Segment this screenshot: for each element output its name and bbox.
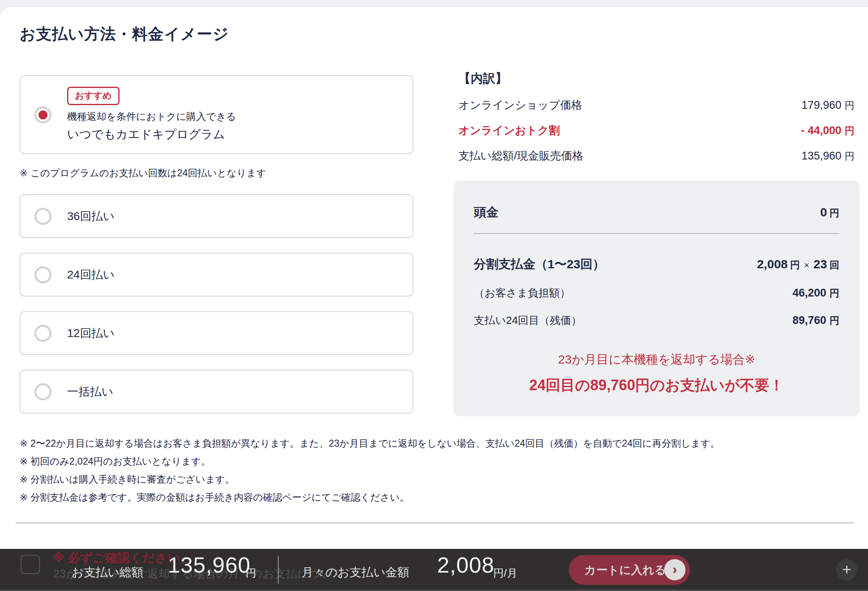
row-online-shop-price: オンラインショップ価格 179,960円 bbox=[458, 98, 854, 112]
row-customer-burden: （お客さま負担額） 46,200円 bbox=[474, 286, 839, 300]
bar-content: お支払い総額 135,960 円 月々のお支払い金額 2,008 円/月 カート… bbox=[0, 549, 868, 589]
radio-unselected[interactable] bbox=[34, 325, 52, 342]
expand-bar-button[interactable]: + bbox=[836, 559, 857, 580]
plus-icon: + bbox=[842, 562, 851, 577]
row-label: 支払い24回目（残価） bbox=[474, 313, 582, 328]
radio-selected[interactable] bbox=[34, 106, 52, 124]
bar-vertical-divider bbox=[278, 556, 279, 584]
option-label: 一括払い bbox=[67, 384, 113, 400]
currency-unit: 円 bbox=[790, 259, 800, 270]
program-note: ※ このプログラムのお支払い回数は24回払いとなります bbox=[20, 166, 413, 180]
row-value: 89,760円 bbox=[792, 314, 839, 327]
amount: 0 bbox=[820, 205, 827, 219]
row-value: 135,960円 bbox=[801, 150, 854, 163]
radio-unselected[interactable] bbox=[34, 266, 52, 283]
row-label: オンラインおトク割 bbox=[458, 123, 560, 138]
row-label: 頭金 bbox=[474, 204, 498, 221]
currency-unit: 円 bbox=[830, 288, 839, 299]
installment-count: 23 bbox=[814, 257, 827, 271]
row-label: オンラインショップ価格 bbox=[458, 98, 582, 112]
row-value: 46,200円 bbox=[792, 287, 839, 300]
total-payment-label: お支払い総額 bbox=[72, 564, 143, 581]
row-online-discount: オンラインおトク割 - 44,000円 bbox=[458, 123, 854, 138]
row-value: 0円 bbox=[820, 205, 839, 220]
program-caption: 機種返却を条件におトクに購入できる bbox=[67, 110, 236, 123]
return-note: 23か月目に本機種を返却する場合※ bbox=[474, 351, 839, 368]
currency-unit: 円 bbox=[845, 151, 854, 162]
footnote: ※ 初回のみ2,024円のお支払いとなります。 bbox=[20, 452, 854, 470]
amount: - 44,000 bbox=[801, 124, 841, 137]
row-label: （お客さま負担額） bbox=[474, 286, 570, 300]
row-downpayment: 頭金 0円 bbox=[474, 204, 839, 221]
total-payment-unit: 円 bbox=[246, 566, 256, 580]
program-name: いつでもカエドキプログラム bbox=[67, 126, 236, 143]
monthly-payment-label: 月々のお支払い金額 bbox=[302, 564, 409, 581]
option-label: 24回払い bbox=[67, 267, 115, 283]
radio-unselected[interactable] bbox=[34, 208, 52, 225]
row-value: 179,960円 bbox=[801, 99, 854, 112]
row-installment: 分割支払金（1〜23回） 2,008円×23回 bbox=[474, 256, 839, 273]
payment-section: お支払い方法・料金イメージ おすすめ 機種返却を条件におトクに購入できる いつで… bbox=[0, 0, 868, 591]
row-residual-value: 支払い24回目（残価） 89,760円 bbox=[474, 313, 839, 328]
breakdown-heading: 【内訳】 bbox=[458, 70, 860, 87]
recommended-badge: おすすめ bbox=[67, 87, 119, 105]
option-label: 36回払い bbox=[67, 209, 115, 224]
page-title: お支払い方法・料金イメージ bbox=[20, 25, 413, 43]
chevron-right-icon: › bbox=[672, 562, 677, 576]
footnote: ※ 分割払いは購入手続き時に審査がございます。 bbox=[20, 470, 854, 488]
panel-divider bbox=[474, 233, 839, 234]
option-24-installments[interactable]: 24回払い bbox=[20, 253, 413, 297]
currency-unit: 円 bbox=[830, 207, 839, 218]
option-lump-sum[interactable]: 一括払い bbox=[20, 370, 413, 413]
chevron-circle: › bbox=[664, 559, 685, 580]
section-divider bbox=[16, 522, 854, 524]
add-to-cart-label: カートに入れる bbox=[584, 562, 666, 578]
currency-unit: 円 bbox=[830, 315, 839, 326]
option-kaedoki-program[interactable]: おすすめ 機種返却を条件におトクに購入できる いつでもカエドキプログラム bbox=[20, 75, 413, 154]
row-value: - 44,000円 bbox=[801, 124, 854, 137]
currency-unit: 円 bbox=[845, 100, 854, 111]
row-label: 支払い総額/現金販売価格 bbox=[458, 148, 583, 163]
amount: 179,960 bbox=[801, 99, 841, 111]
total-payment-value: 135,960 bbox=[168, 552, 250, 578]
program-text: おすすめ 機種返却を条件におトクに購入できる いつでもカエドキプログラム bbox=[67, 87, 236, 143]
option-label: 12回払い bbox=[67, 326, 115, 341]
radio-dot bbox=[38, 110, 47, 119]
footnote: ※ 2〜22か月目に返却する場合はお客さま負担額が異なります。また、23か月目ま… bbox=[20, 434, 854, 452]
option-12-installments[interactable]: 12回払い bbox=[20, 311, 413, 355]
payment-options-column: お支払い方法・料金イメージ おすすめ 機種返却を条件におトクに購入できる いつで… bbox=[20, 25, 413, 413]
return-highlight: 24回目の89,760円のお支払いが不要！ bbox=[474, 375, 839, 395]
currency-unit: 円 bbox=[845, 125, 854, 136]
option-36-installments[interactable]: 36回払い bbox=[20, 194, 413, 238]
row-label: 分割支払金（1〜23回） bbox=[474, 256, 605, 273]
amount: 46,200 bbox=[792, 287, 826, 299]
breakdown-column: 【内訳】 オンラインショップ価格 179,960円 オンラインおトク割 - 44… bbox=[453, 70, 860, 416]
monthly-payment-value: 2,008 bbox=[437, 552, 494, 578]
count-unit: 回 bbox=[830, 259, 839, 270]
footnotes: ※ 2〜22か月目に返却する場合はお客さま負担額が異なります。また、23か月目ま… bbox=[20, 434, 854, 506]
footnote: ※ 分割支払金は参考です。実際の金額はお手続き内容の確認ページにてご確認ください… bbox=[20, 488, 854, 506]
amount: 89,760 bbox=[792, 314, 826, 326]
installment-panel: 頭金 0円 分割支払金（1〜23回） 2,008円×23回 （お客さま負担額） … bbox=[453, 180, 860, 416]
row-total-price: 支払い総額/現金販売価格 135,960円 bbox=[458, 148, 854, 163]
radio-unselected[interactable] bbox=[34, 383, 52, 400]
row-value: 2,008円×23回 bbox=[757, 257, 839, 272]
bottom-purchase-bar: ※ 必ずご確認ください。 23か月目以外でご返却する場合の月々のお支払について … bbox=[0, 549, 868, 591]
amount: 2,008 bbox=[757, 257, 788, 271]
monthly-payment-unit: 円/月 bbox=[493, 566, 517, 580]
multiply-sign: × bbox=[804, 260, 809, 270]
amount: 135,960 bbox=[801, 150, 841, 162]
add-to-cart-button[interactable]: カートに入れる › bbox=[569, 555, 690, 585]
